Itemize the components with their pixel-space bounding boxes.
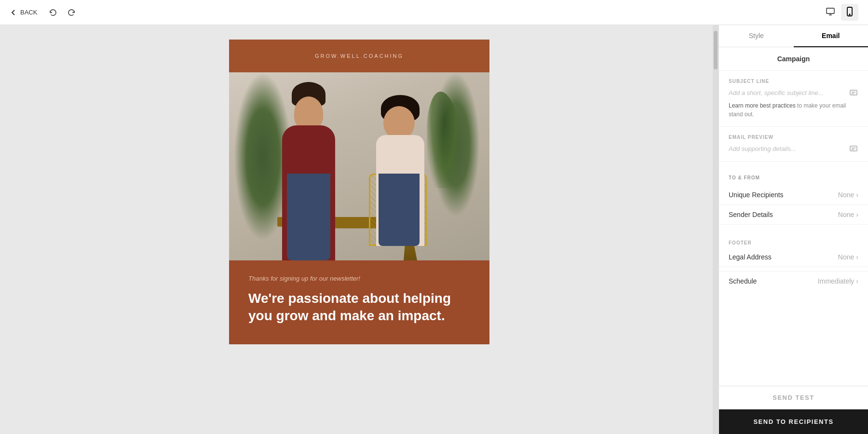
sender-details-label: Sender Details	[729, 211, 838, 218]
email-preview-input-row: Add supporting details...	[729, 144, 858, 153]
canvas-scrollbar[interactable]	[713, 25, 719, 434]
desktop-icon	[826, 7, 835, 16]
schedule-chevron: ›	[856, 277, 858, 285]
svg-rect-5	[850, 90, 857, 95]
desktop-view-button[interactable]	[822, 4, 839, 21]
svg-rect-8	[850, 146, 857, 151]
schedule-label: Schedule	[729, 277, 818, 285]
subject-line-placeholder[interactable]: Add a short, specific subject line...	[729, 89, 845, 96]
subject-line-section: SUBJECT LINE Add a short, specific subje…	[719, 71, 868, 127]
nav-actions	[47, 6, 78, 19]
campaign-heading: Campaign	[719, 47, 868, 71]
to-from-section: TO & FROM Unique Recipients None › Sende…	[719, 162, 868, 229]
panel-content: Campaign SUBJECT LINE Add a short, speci…	[719, 47, 868, 386]
panel-tabs: Style Email	[719, 25, 868, 47]
personalize-icon-2	[850, 145, 857, 152]
person1-figure	[268, 87, 354, 260]
to-from-label: TO & FROM	[719, 165, 868, 185]
back-arrow-icon	[10, 9, 17, 16]
email-preview-placeholder[interactable]: Add supporting details...	[729, 145, 845, 152]
subject-line-personalize-button[interactable]	[849, 88, 858, 97]
main-layout: GROW.WELL.COACHING	[0, 25, 868, 434]
unique-recipients-row[interactable]: Unique Recipients None ›	[719, 185, 868, 205]
send-test-button[interactable]: SEND TEST	[719, 386, 868, 409]
back-label: BACK	[20, 9, 37, 16]
mobile-view-button[interactable]	[841, 4, 858, 21]
schedule-row[interactable]: Schedule Immediately ›	[719, 271, 868, 291]
nav-left: BACK	[10, 6, 78, 19]
email-headline: We're passionate about helping you grow …	[248, 290, 470, 325]
best-practices-link[interactable]: Learn more best practices	[729, 102, 796, 109]
email-content-band: Thanks for signing up for our newsletter…	[229, 260, 489, 344]
email-image-section	[229, 72, 489, 260]
legal-address-chevron: ›	[856, 253, 858, 261]
unique-recipients-label: Unique Recipients	[729, 191, 838, 199]
email-thanks-text: Thanks for signing up for our newsletter…	[248, 275, 470, 282]
email-preview-label: EMAIL PREVIEW	[729, 135, 858, 140]
redo-button[interactable]	[65, 6, 78, 19]
back-button[interactable]: BACK	[10, 9, 37, 16]
canvas-area: GROW.WELL.COACHING	[0, 25, 719, 434]
top-nav: BACK	[0, 0, 868, 25]
unique-recipients-chevron: ›	[856, 191, 858, 199]
person1-legs	[287, 174, 330, 260]
personalize-icon	[850, 89, 857, 96]
person2-figure	[364, 106, 441, 246]
tab-style[interactable]: Style	[719, 25, 794, 47]
device-toggle	[822, 4, 858, 21]
sender-details-row[interactable]: Sender Details None ›	[719, 205, 868, 225]
tab-email[interactable]: Email	[794, 25, 868, 47]
email-brand-name: GROW.WELL.COACHING	[239, 53, 480, 59]
panel-footer: SEND TEST SEND TO RECIPIENTS	[719, 386, 868, 434]
undo-icon	[49, 8, 57, 17]
legal-address-label: Legal Address	[729, 253, 838, 261]
right-panel: Style Email Campaign SUBJECT LINE Add a …	[719, 25, 868, 434]
subject-line-input-row: Add a short, specific subject line...	[729, 88, 858, 97]
sender-details-chevron: ›	[856, 211, 858, 218]
canvas-scrollbar-thumb	[714, 31, 718, 69]
mobile-icon	[845, 7, 854, 16]
subject-line-label: SUBJECT LINE	[729, 79, 858, 84]
unique-recipients-value: None	[838, 191, 854, 199]
email-preview-card: GROW.WELL.COACHING	[229, 40, 489, 344]
person2-legs	[379, 174, 420, 246]
footer-label: FOOTER	[719, 232, 868, 247]
email-preview-section: EMAIL PREVIEW Add supporting details...	[719, 127, 868, 162]
undo-button[interactable]	[47, 6, 59, 19]
svg-point-4	[849, 14, 850, 15]
legal-address-value: None	[838, 253, 854, 261]
footer-section: FOOTER Legal Address None ›	[719, 229, 868, 271]
send-recipients-button[interactable]: SEND TO RECIPIENTS	[719, 409, 868, 434]
sender-details-value: None	[838, 211, 854, 218]
email-header-band: GROW.WELL.COACHING	[229, 40, 489, 72]
email-preview-personalize-button[interactable]	[849, 144, 858, 153]
schedule-value: Immediately	[818, 277, 854, 285]
legal-address-row[interactable]: Legal Address None ›	[719, 247, 868, 267]
subject-line-hint: Learn more best practices to make your e…	[729, 101, 858, 119]
redo-icon	[67, 8, 76, 17]
svg-rect-0	[827, 8, 834, 14]
